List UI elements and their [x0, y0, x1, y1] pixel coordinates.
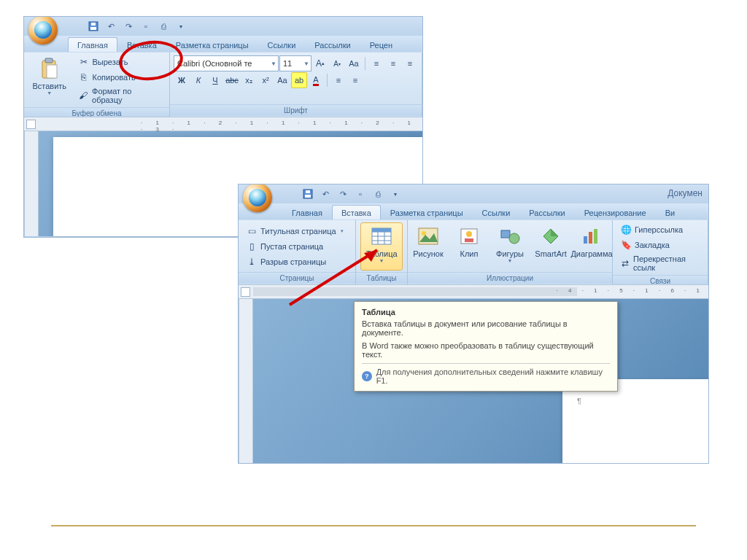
horizontal-ruler[interactable]: · 4 · 1 · 5 · 1 · 6 · 1 [239, 284, 708, 299]
italic-button[interactable]: К [190, 72, 206, 88]
tab-view[interactable]: Ви [656, 205, 684, 219]
tab-review[interactable]: Рецен [360, 37, 402, 52]
bookmark-button[interactable]: 🔖Закладка [616, 238, 704, 252]
group-font: Шрифт [170, 104, 422, 116]
bold-button[interactable]: Ж [174, 72, 190, 88]
ribbon-tabs: Главная Вставка Разметка страницы Ссылки… [24, 36, 422, 52]
crossref-icon: ⇄ [620, 257, 630, 269]
clear-format-button[interactable]: Aa [346, 55, 362, 71]
cut-button[interactable]: ✂Вырезать [74, 55, 166, 69]
clipart-icon [457, 225, 481, 248]
horizontal-ruler[interactable]: · 1 · 1 · 2 · 1 · 1 · 1 · 1 · 2 · 1 · 3 … [24, 117, 422, 131]
smartart-icon [539, 225, 562, 248]
redo-icon[interactable]: ↷ [122, 20, 135, 33]
tab-references[interactable]: Ссылки [258, 37, 306, 52]
office-button[interactable] [243, 184, 272, 212]
clipart-button[interactable]: Клип [449, 222, 489, 271]
svg-rect-4 [45, 58, 53, 63]
copy-button[interactable]: ⎘Копировать [74, 70, 166, 85]
tab-insert[interactable]: Вставка [332, 205, 381, 219]
cross-ref-button[interactable]: ⇄Перекрестная ссылк [616, 253, 704, 273]
tooltip-body1: Вставка таблицы в документ или рисование… [362, 319, 610, 337]
document-page[interactable]: ¶ [562, 379, 708, 464]
shrink-font-button[interactable]: A▾ [329, 55, 345, 71]
cover-page-button[interactable]: ▭Титульная страница▾ [242, 224, 352, 238]
tab-review[interactable]: Рецензирование [575, 205, 656, 219]
grow-font-button[interactable]: A▴ [312, 55, 328, 71]
hyperlink-button[interactable]: 🌐Гиперссылка [616, 222, 704, 237]
shapes-button[interactable]: Фигуры▼ [490, 222, 530, 271]
strike-button[interactable]: abc [224, 72, 240, 88]
ribbon-content: Вставить ▼ ✂Вырезать ⎘Копировать 🖌Формат… [24, 52, 422, 117]
blank-page-button[interactable]: ▯Пустая страница [242, 239, 352, 254]
qat-more-icon[interactable]: ▾ [389, 187, 402, 201]
highlight-button[interactable]: ab [291, 72, 307, 88]
tab-references[interactable]: Ссылки [473, 205, 520, 219]
smartart-button[interactable]: SmartArt [531, 222, 570, 271]
save-icon[interactable] [301, 187, 314, 201]
copy-icon: ⎘ [78, 71, 90, 83]
group-pages: Страницы [239, 272, 355, 284]
table-button[interactable]: Таблица ▼ [360, 222, 402, 271]
svg-rect-25 [594, 229, 597, 244]
svg-rect-15 [372, 228, 391, 232]
print-icon[interactable]: ⎙ [371, 187, 384, 201]
svg-rect-1 [90, 27, 96, 30]
document-title: Докумен [667, 188, 703, 198]
tab-home[interactable]: Главная [282, 205, 332, 219]
undo-icon[interactable]: ↶ [104, 20, 117, 33]
shapes-icon [498, 225, 522, 248]
svg-rect-5 [47, 65, 57, 78]
tooltip-title: Таблица [362, 308, 610, 316]
save-icon[interactable] [87, 20, 100, 33]
chevron-down-icon: ▼ [271, 61, 276, 67]
quick-access-toolbar: ↶ ↷ ▫ ⎙ ▾ [24, 17, 422, 36]
bullet-list-button[interactable]: ≡ [368, 55, 384, 71]
tab-insert[interactable]: Вставка [117, 37, 166, 52]
picture-button[interactable]: Рисунок [409, 222, 448, 271]
page-break-button[interactable]: ⤓Разрыв страницы [242, 254, 352, 269]
multilevel-list-button[interactable]: ≡ [402, 55, 418, 71]
ruler-toggle-icon[interactable] [241, 287, 250, 297]
tab-home[interactable]: Главная [68, 37, 117, 52]
tab-layout[interactable]: Разметка страницы [381, 205, 473, 219]
change-case-button[interactable]: Aa [274, 72, 290, 88]
tooltip-footer: Для получения дополнительных сведений на… [376, 368, 610, 385]
vertical-ruler[interactable] [24, 131, 39, 236]
chart-button[interactable]: Диаграмма [572, 222, 611, 271]
align-center-button[interactable]: ≡ [347, 72, 363, 88]
quick-access-toolbar: ↶ ↷ ▫ ⎙ ▾ Докумен [239, 184, 708, 203]
svg-rect-2 [91, 23, 96, 26]
superscript-button[interactable]: x² [258, 72, 274, 88]
align-left-button[interactable]: ≡ [330, 72, 347, 88]
paste-button[interactable]: Вставить ▼ [28, 55, 71, 106]
tooltip-body2: В Word также можно преобразовать в табли… [362, 341, 610, 359]
redo-icon[interactable]: ↷ [336, 187, 349, 201]
tab-layout[interactable]: Разметка страницы [166, 37, 258, 52]
new-doc-icon[interactable]: ▫ [354, 187, 367, 201]
picture-icon [417, 225, 440, 248]
number-list-button[interactable]: ≡ [385, 55, 401, 71]
undo-icon[interactable]: ↶ [319, 187, 332, 201]
ribbon-tabs: Главная Вставка Разметка страницы Ссылки… [239, 203, 708, 219]
svg-rect-21 [501, 230, 510, 238]
format-painter-button[interactable]: 🖌Формат по образцу [74, 85, 166, 106]
help-icon: ? [362, 371, 372, 381]
chevron-down-icon: ▼ [47, 90, 52, 96]
qat-more-icon[interactable]: ▾ [174, 20, 187, 33]
office-button[interactable] [28, 16, 58, 44]
ruler-toggle-icon[interactable] [26, 120, 36, 129]
group-tables: Таблицы [356, 272, 407, 284]
scissors-icon: ✂ [78, 56, 90, 68]
tab-mailings[interactable]: Рассылки [305, 37, 360, 52]
underline-button[interactable]: Ч [207, 72, 223, 88]
font-name-combo[interactable]: Calibri (Основной те▼ [174, 55, 279, 71]
font-size-combo[interactable]: 11▼ [279, 55, 311, 71]
font-color-button[interactable]: A [308, 72, 324, 88]
page-icon: ▭ [246, 225, 258, 237]
vertical-ruler[interactable] [239, 299, 253, 464]
new-doc-icon[interactable]: ▫ [139, 20, 152, 33]
subscript-button[interactable]: x₂ [241, 72, 257, 88]
tab-mailings[interactable]: Рассылки [519, 205, 574, 219]
print-icon[interactable]: ⎙ [157, 20, 170, 33]
